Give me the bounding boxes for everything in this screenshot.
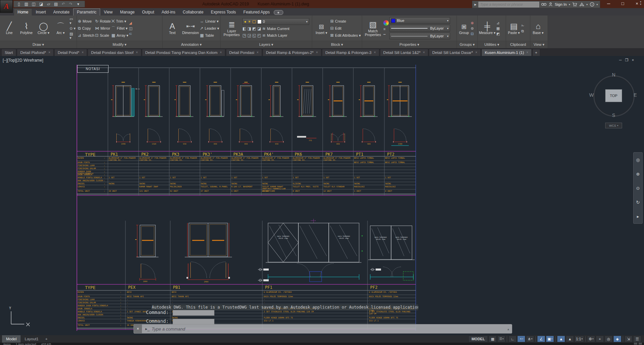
make-current-label[interactable]: Make Current [267, 26, 290, 32]
file-tab-close-icon[interactable]: × [220, 49, 222, 56]
close-button[interactable]: × [630, 0, 644, 8]
color-wheel-icon[interactable] [383, 20, 389, 26]
model-space-toggle[interactable]: MODEL [468, 336, 488, 342]
viewcube-south[interactable]: S [610, 113, 617, 118]
file-tab-detail-pondasi-dan-sloof[interactable]: Detail Pondasi dan Sloof× [88, 49, 141, 56]
ribbon-tab-add-ins[interactable]: Add-ins [158, 9, 179, 15]
group-select-icon[interactable]: ⊡ [471, 32, 474, 36]
command-input[interactable]: Type a command [152, 326, 185, 332]
erase-icon[interactable]: ◢ [129, 21, 133, 25]
maximize-button[interactable]: □ [616, 0, 630, 8]
move-button[interactable]: ⊕Move [78, 19, 94, 24]
dropdown-icon[interactable]: ▾ [581, 338, 583, 340]
file-tab-detail-plafond-[interactable]: Detail Plafond*× [17, 49, 54, 56]
file-tab-detail-sill-lantai-dasar-[interactable]: Detail Sill Lantai Dasar*× [429, 49, 481, 56]
open-from-web-mobile-icon[interactable]: ▱ [45, 1, 52, 7]
pan-icon[interactable]: ⊕ [636, 171, 640, 177]
viewport-controls[interactable]: [−][Top][2D Wireframe] [3, 58, 43, 63]
workspace-switching-toggle[interactable]: ⚙▾ [587, 336, 595, 342]
viewcube[interactable]: N W E S TOP WCS▾ [592, 73, 636, 131]
edit-attributes-button[interactable]: ⊠Edit Attributes ▾ [330, 33, 361, 38]
leader-button[interactable]: ↗Leader ▾ [200, 26, 219, 31]
isometric-drafting-toggle[interactable]: ⋔▾ [526, 336, 534, 342]
layer-color-swatch[interactable] [257, 20, 262, 24]
array-button[interactable]: ▦Array ▾ [111, 33, 128, 38]
file-tab-detail-pondasi[interactable]: Detail Pondasi× [226, 49, 262, 56]
snap-mode-toggle[interactable]: ⠿▾ [497, 336, 505, 342]
search-expand-icon[interactable]: ▸ [474, 2, 476, 7]
arc-button[interactable]: ⌒Arc ▾ [52, 22, 69, 35]
doc-minimize-icon[interactable]: ─ [619, 58, 622, 62]
ribbon-tab-featured-apps[interactable]: Featured Apps [240, 9, 273, 15]
steering-wheel-icon[interactable]: ◎ [636, 157, 640, 162]
grid-display-toggle[interactable]: ▦ [489, 336, 497, 342]
command-line-bar[interactable]: × ▸_ Type a command ▴ [134, 324, 512, 334]
viewcube-north[interactable]: N [610, 72, 617, 77]
hardware-acceleration-toggle[interactable]: ◈ [613, 336, 621, 342]
layer-dropdown[interactable]: ●☀0▾ [242, 18, 309, 25]
save-as-icon[interactable]: ◪ [37, 1, 45, 7]
edit-block-button[interactable]: ⊟Edit [330, 26, 361, 31]
ribbon-tab-view[interactable]: View [100, 9, 116, 15]
dropdown-icon[interactable]: ▾ [592, 338, 594, 340]
application-menu-button[interactable]: A [0, 0, 13, 13]
dropdown-icon[interactable]: ▾ [531, 338, 533, 340]
help-icon[interactable]: ? [590, 2, 594, 7]
clean-screen-toggle[interactable]: ⇲ [624, 336, 633, 342]
panel-label-clipboard[interactable]: Clipboard [506, 41, 530, 48]
new-layout-button[interactable]: + [42, 335, 50, 343]
circle-button[interactable]: ◯Circle ▾ [35, 22, 52, 35]
new-drawing-icon[interactable]: ▯ [15, 1, 23, 7]
match-layer-label[interactable]: Match Layer [267, 33, 288, 38]
panel-label-block[interactable]: Block ▾ [312, 41, 362, 48]
file-tab-close-icon[interactable]: × [423, 49, 425, 56]
insert-block-button[interactable]: ⧈Insert ▾ [313, 22, 329, 35]
explode-icon[interactable]: ◫ [129, 26, 133, 30]
match-properties-button[interactable]: ▧Match Properties [363, 20, 383, 37]
account-dropdown-icon[interactable]: ▾ [586, 3, 588, 6]
search-input[interactable] [478, 2, 539, 7]
file-tab-detail-ramp-potongan-3[interactable]: Detail Ramp & Potongan-3× [322, 49, 379, 56]
ortho-mode-toggle[interactable]: ∟ [508, 336, 517, 342]
showmotion-icon[interactable]: ▸ [637, 214, 639, 219]
viewcube-west[interactable]: W [588, 92, 595, 98]
lineweight-list-icon[interactable]: ≡ [383, 27, 389, 31]
linetype-list-icon[interactable]: ┅ [383, 32, 389, 36]
ribbon-tab-output[interactable]: Output [139, 9, 157, 15]
polyline-button[interactable]: ⌇Polyline [18, 22, 35, 35]
file-tab-close-icon[interactable]: × [257, 49, 259, 56]
minimize-button[interactable]: ─ [602, 0, 616, 8]
file-tab-overflow-icon[interactable]: ▾▾ [640, 1, 641, 5]
lineweight-dropdown[interactable]: ByLayer▾ [389, 25, 450, 32]
file-tab-detail-ramp-potongan-2-[interactable]: Detail Ramp & Potongan-2*× [263, 49, 321, 56]
panel-label-groups[interactable]: Groups ▾ [457, 41, 477, 48]
ellipse-icon[interactable]: ⊙ ▾ [69, 26, 76, 30]
annotation-scale-toggle[interactable]: 1:1▾ [575, 336, 584, 342]
ribbon-tab-home[interactable]: Home [14, 9, 32, 15]
file-tab-start[interactable]: Start [1, 49, 16, 56]
file-tab-detail-pond-[interactable]: Detail Pond*× [54, 49, 87, 56]
doc-close-icon[interactable]: × [632, 58, 634, 62]
polar-tracking-toggle[interactable]: ◔▾ [517, 336, 525, 342]
new-drawing-tab-button[interactable]: + [532, 49, 540, 56]
ribbon-display-toggle[interactable] [274, 10, 283, 15]
panel-label-draw[interactable]: Draw ▾ [0, 41, 77, 48]
hatch-icon[interactable]: ▨ ▾ [69, 32, 76, 40]
cut-icon[interactable]: ✁ [521, 24, 524, 28]
sign-in-dropdown-icon[interactable]: ▾ [569, 3, 570, 6]
layer-unlock-icon[interactable] [253, 20, 256, 23]
panel-label-view[interactable]: View ▾ [530, 41, 548, 48]
app-store-cart-icon[interactable] [572, 2, 577, 7]
make-current-row[interactable]: ◧ ◨ ◩ ◪ ≋Make Current [242, 26, 309, 32]
offset-icon[interactable]: ⊂ [129, 32, 133, 36]
file-tab-close-icon[interactable]: × [526, 49, 528, 56]
create-block-button[interactable]: ⊞Create [330, 19, 361, 24]
help-dropdown-icon[interactable]: ▾ [596, 3, 598, 6]
linetype-dropdown[interactable]: ByLayer▾ [389, 33, 450, 39]
ribbon-tab-parametric[interactable]: Parametric [74, 9, 100, 15]
drawing-canvas[interactable] [0, 56, 644, 335]
viewcube-wcs-menu[interactable]: WCS▾ [605, 123, 622, 128]
dropdown-icon[interactable]: ▾ [551, 338, 553, 340]
scale-button[interactable]: ⊡Scale [95, 33, 111, 38]
stretch-button[interactable]: ⊿Stretch [78, 33, 94, 38]
